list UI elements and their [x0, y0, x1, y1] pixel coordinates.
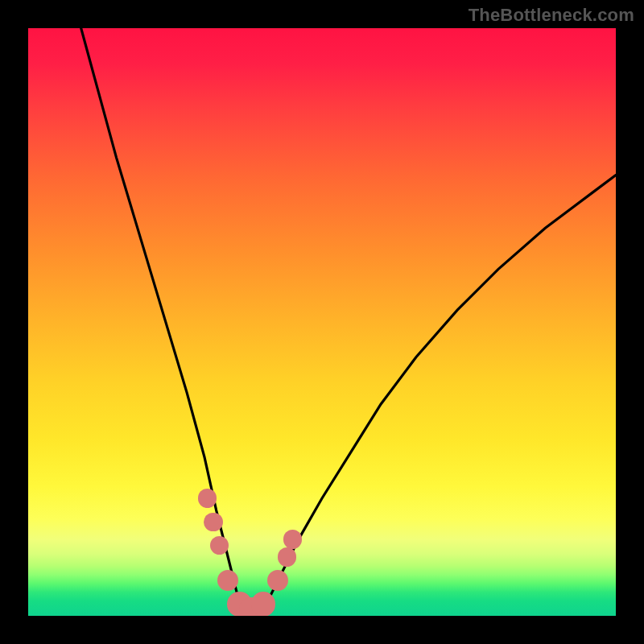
bottleneck-curve — [81, 28, 616, 610]
chart-frame: TheBottleneck.com — [0, 0, 644, 644]
curve-marker — [283, 530, 302, 548]
plot-area — [28, 28, 616, 616]
curve-marker — [251, 592, 276, 616]
curve-marker — [204, 513, 222, 531]
curve-marker — [278, 547, 296, 566]
curve-marker — [210, 536, 229, 555]
watermark-text: TheBottleneck.com — [469, 5, 634, 26]
curve-marker — [198, 489, 217, 507]
curve-layer — [28, 28, 616, 616]
